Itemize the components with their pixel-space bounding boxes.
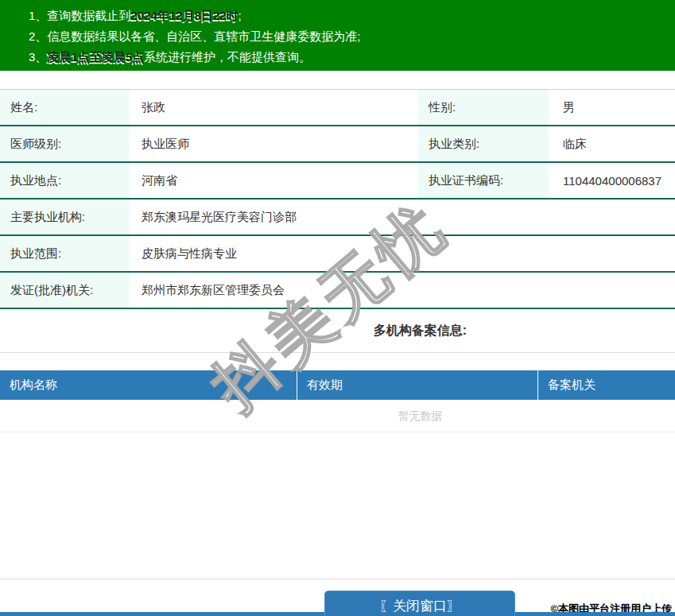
issuing-authority-value: 郑州市郑东新区管理委员会 <box>130 273 675 308</box>
practice-category-value: 临床 <box>549 126 675 161</box>
certificate-number-label: 执业证书编码: <box>418 163 549 198</box>
notice-line-3-suffix: 系统进行维护，不能提供查询。 <box>144 50 311 64</box>
doctor-level-value: 执业医师 <box>130 126 418 161</box>
name-label: 姓名: <box>0 90 130 125</box>
notice-line-1-highlight: 2024年12月8日22时 <box>130 9 238 22</box>
column-header-institution-name: 机构名称 <box>0 370 297 400</box>
certificate-number-value: 110440400006837 <box>549 163 675 198</box>
gender-label: 性别: <box>418 90 549 125</box>
no-data-text: 暂无数据 <box>83 400 675 432</box>
section-divider <box>0 352 675 353</box>
notice-banner: 1、查询数据截止到2024年12月8日22时; 2、信息数据结果以各省、自治区、… <box>0 0 675 71</box>
notice-line-1-suffix: ; <box>238 9 241 22</box>
doctor-level-label: 医师级别: <box>0 126 130 161</box>
notice-line-2: 2、信息数据结果以各省、自治区、直辖市卫生健康委数据为准; <box>0 26 675 47</box>
table-row-issuing-authority: 发证(批准)机关: 郑州市郑东新区管理委员会 <box>0 273 675 309</box>
table-row-level-category: 医师级别: 执业医师 执业类别: 临床 <box>0 126 675 163</box>
main-institution-label: 主要执业机构: <box>0 200 130 234</box>
column-header-validity-period: 有效期 <box>297 370 538 400</box>
notice-line-2-text: 信息数据结果以各省、自治区、直辖市卫生健康委数据为准; <box>47 29 360 43</box>
notice-line-3-highlight: 凌晨1点至凌晨5点 <box>47 50 144 64</box>
close-window-button[interactable]: 〖关闭窗口〗 <box>324 591 515 616</box>
practice-scope-label: 执业范围: <box>0 236 130 271</box>
gender-value: 男 <box>549 90 675 125</box>
registry-table-header: 机构名称 有效期 备案机关 <box>0 370 675 400</box>
practice-scope-value: 皮肤病与性病专业 <box>130 236 675 271</box>
name-value: 张政 <box>130 90 418 125</box>
notice-line-2-number: 2、 <box>29 29 47 43</box>
notice-line-1: 1、查询数据截止到2024年12月8日22时; <box>0 6 675 26</box>
notice-line-1-number: 1、 <box>29 9 47 22</box>
footer-divider <box>0 579 675 579</box>
main-institution-value: 郑东澳玛星光医疗美容门诊部 <box>130 200 675 234</box>
practice-category-label: 执业类别: <box>418 126 549 161</box>
column-header-registry-authority: 备案机关 <box>538 370 675 400</box>
notice-line-3: 3、凌晨1点至凌晨5点系统进行维护，不能提供查询。 <box>0 47 675 68</box>
practitioner-info-table: 姓名: 张政 性别: 男 医师级别: 执业医师 执业类别: 临床 执业地点: 河… <box>0 89 675 309</box>
notice-line-1-text: 查询数据截止到 <box>47 9 130 22</box>
practice-location-value: 河南省 <box>130 163 418 198</box>
issuing-authority-label: 发证(批准)机关: <box>0 273 130 308</box>
table-row-name-gender: 姓名: 张政 性别: 男 <box>0 90 675 126</box>
registry-section-title: 多机构备案信息: <box>83 323 675 340</box>
practice-location-label: 执业地点: <box>0 163 130 198</box>
notice-line-3-number: 3、 <box>29 50 47 64</box>
table-row-main-institution: 主要执业机构: 郑东澳玛星光医疗美容门诊部 <box>0 200 675 236</box>
registry-empty-row: 暂无数据 <box>0 400 675 432</box>
table-row-location-certificate: 执业地点: 河南省 执业证书编码: 110440400006837 <box>0 163 675 200</box>
table-row-practice-scope: 执业范围: 皮肤病与性病专业 <box>0 236 675 273</box>
